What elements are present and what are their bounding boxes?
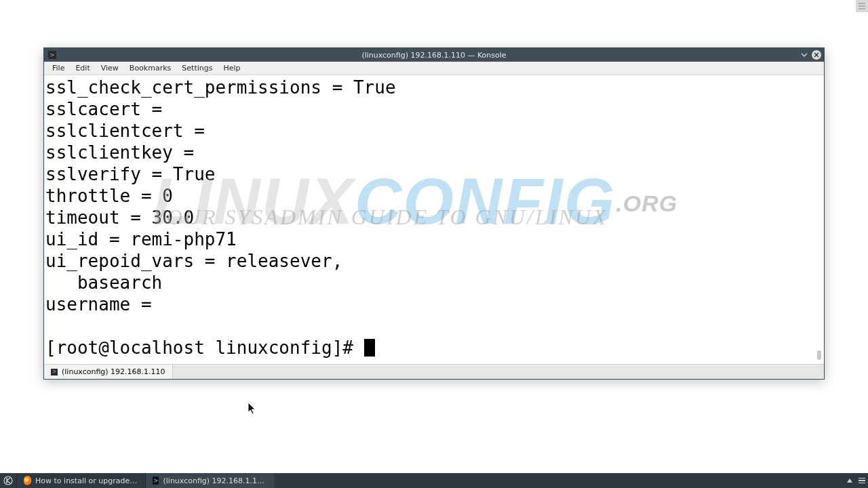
tab-strip: > (linuxconfig) 192.168.1.110 <box>44 364 824 379</box>
taskbar-item-label: How to install or upgrade to PHP ... <box>35 476 138 485</box>
close-button[interactable] <box>812 50 821 60</box>
taskbar-item-konsole[interactable]: > (linuxconfig) 192.168.1.110 — Ko... <box>145 473 274 488</box>
menu-settings[interactable]: Settings <box>176 62 218 74</box>
menu-view[interactable]: View <box>96 62 124 74</box>
terminal-output: ssl_check_cert_permissions = True sslcac… <box>45 77 824 359</box>
panel-options-button[interactable] <box>856 473 868 488</box>
tab-session[interactable]: > (linuxconfig) 192.168.1.110 <box>44 365 173 379</box>
menu-help[interactable]: Help <box>218 62 245 74</box>
window-title: (linuxconfig) 192.168.1.110 — Konsole <box>44 51 824 60</box>
window-controls <box>800 50 824 60</box>
terminal-cursor <box>364 339 375 357</box>
menu-file[interactable]: File <box>47 62 70 74</box>
window-titlebar[interactable]: > (linuxconfig) 192.168.1.110 — Konsole <box>44 48 824 62</box>
firefox-icon <box>24 476 31 485</box>
terminal-icon: > <box>51 369 58 375</box>
terminal-icon: > <box>153 476 159 485</box>
terminal-line: sslclientkey = <box>45 142 205 163</box>
terminal-line: ssl_check_cert_permissions = True <box>45 77 396 98</box>
close-icon <box>814 52 819 58</box>
kde-logo-icon <box>3 476 13 485</box>
terminal-line: username = <box>45 294 162 314</box>
taskbar-item-label: (linuxconfig) 192.168.1.110 — Ko... <box>163 476 267 485</box>
terminal-line: sslclientcert = <box>45 121 215 141</box>
menu-bar: File Edit View Bookmarks Settings Help <box>44 62 824 75</box>
terminal-line: ui_repoid_vars = releasever, <box>45 251 342 271</box>
minimize-button[interactable] <box>800 50 809 60</box>
tab-label: (linuxconfig) 192.168.1.110 <box>62 367 165 376</box>
terminal-line: sslverify = True <box>45 164 215 184</box>
terminal-line: basearch <box>45 272 162 293</box>
desktop-panel-widget[interactable] <box>856 0 868 12</box>
terminal-line: throttle = 0 <box>45 186 173 206</box>
terminal-line: ui_id = remi-php71 <box>45 229 237 249</box>
scrollbar[interactable] <box>817 350 821 360</box>
taskbar: How to install or upgrade to PHP ... > (… <box>0 473 868 488</box>
menu-bookmarks[interactable]: Bookmarks <box>124 62 176 74</box>
terminal-prompt: [root@localhost linuxconfig]# <box>45 338 364 358</box>
menu-edit[interactable]: Edit <box>70 62 95 74</box>
terminal-line: timeout = 30.0 <box>45 207 194 228</box>
triangle-up-icon <box>846 477 853 484</box>
taskbar-item-firefox[interactable]: How to install or upgrade to PHP ... <box>16 473 145 488</box>
start-button[interactable] <box>0 473 16 488</box>
konsole-window: > (linuxconfig) 192.168.1.110 — Konsole … <box>43 47 825 380</box>
app-icon: > <box>48 51 56 59</box>
terminal-view[interactable]: LINUXCONFIG.ORG YOUR SYSADMIN GUIDE TO G… <box>44 75 824 364</box>
chevron-down-icon <box>801 52 808 58</box>
systray-expand-button[interactable] <box>844 473 856 488</box>
svg-point-0 <box>4 476 12 485</box>
terminal-line: sslcacert = <box>45 99 173 119</box>
mouse-cursor-icon <box>248 403 256 415</box>
